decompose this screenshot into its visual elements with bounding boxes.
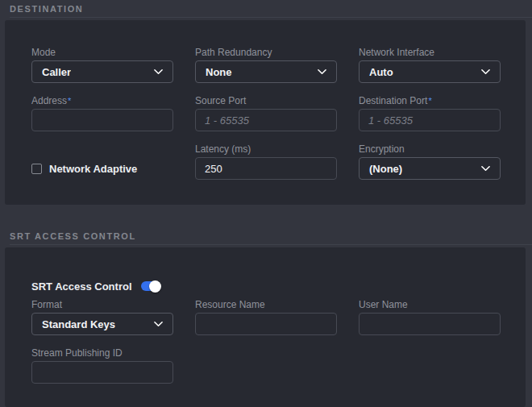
resource-name-label: Resource Name [195,299,337,310]
required-marker: * [428,96,431,106]
stream-publishing-id-label: Stream Publishing ID [31,347,173,359]
mode-label: Mode [31,47,173,58]
srt-access-control-toggle-label: SRT Access Control [31,280,132,293]
resource-name-field: Resource Name [195,299,337,335]
format-label: Format [31,299,173,310]
path-redundancy-dropdown[interactable]: None [195,60,337,83]
network-interface-label: Network Interface [359,47,501,58]
srt-access-control-panel: SRT Access Control Format Standard Keys … [5,247,526,407]
required-marker: * [68,96,71,106]
network-adaptive-row: Network Adaptive [31,157,173,180]
format-dropdown[interactable]: Standard Keys [31,313,173,335]
latency-field: Latency (ms) [195,143,337,180]
encryption-field: Encryption (None) [359,143,501,180]
chevron-down-icon [481,165,490,172]
source-port-input[interactable] [195,109,337,131]
network-interface-value: Auto [369,66,393,78]
mode-value: Caller [42,66,71,78]
srt-access-control-form-grid: Format Standard Keys Resource Name User … [31,299,501,384]
stream-publishing-id-field: Stream Publishing ID [31,347,173,384]
format-field: Format Standard Keys [31,299,173,335]
format-value: Standard Keys [42,318,115,330]
encryption-label: Encryption [359,143,501,155]
destination-port-input[interactable] [359,109,501,131]
chevron-down-icon [154,69,163,75]
address-input[interactable] [31,109,173,131]
settings-page: DESTINATION Mode Caller Path Redundancy … [0,0,532,407]
destination-port-label: Destination Port* [359,95,501,106]
chevron-down-icon [318,69,326,75]
srt-access-control-toggle[interactable] [141,281,159,291]
srt-access-control-divider [10,244,532,245]
user-name-field: User Name [359,299,501,335]
destination-port-field: Destination Port* [359,95,501,131]
network-interface-dropdown[interactable]: Auto [359,60,501,83]
path-redundancy-value: None [206,66,232,78]
path-redundancy-label: Path Redundancy [195,47,337,58]
stream-publishing-id-input[interactable] [31,361,173,384]
encryption-value: (None) [369,163,402,175]
mode-field: Mode Caller [31,47,173,83]
source-port-field: Source Port [195,95,337,131]
network-interface-field: Network Interface Auto [359,47,501,83]
user-name-label: User Name [359,299,501,310]
encryption-dropdown[interactable]: (None) [359,157,501,180]
network-adaptive-field: Network Adaptive [31,143,173,180]
address-field: Address* [31,95,173,131]
user-name-input[interactable] [359,313,501,335]
network-adaptive-label: Network Adaptive [49,163,137,175]
resource-name-input[interactable] [195,313,337,335]
destination-divider [10,17,532,18]
toggle-knob [149,280,161,293]
address-label: Address* [31,95,173,106]
destination-panel: Mode Caller Path Redundancy None Network… [5,20,526,205]
path-redundancy-field: Path Redundancy None [195,47,337,83]
network-adaptive-checkbox[interactable] [31,164,42,174]
mode-dropdown[interactable]: Caller [31,60,173,83]
chevron-down-icon [481,69,490,75]
chevron-down-icon [154,321,163,327]
destination-section-title: DESTINATION [0,0,532,15]
srt-access-control-toggle-row: SRT Access Control [31,280,501,293]
srt-access-control-section: SRT ACCESS CONTROL SRT Access Control Fo… [0,227,532,407]
srt-access-control-section-title: SRT ACCESS CONTROL [0,227,532,242]
destination-form-grid: Mode Caller Path Redundancy None Network… [31,47,501,180]
source-port-label: Source Port [195,95,337,106]
latency-input[interactable] [195,157,337,180]
destination-section: DESTINATION Mode Caller Path Redundancy … [0,0,532,205]
latency-label: Latency (ms) [195,143,337,155]
